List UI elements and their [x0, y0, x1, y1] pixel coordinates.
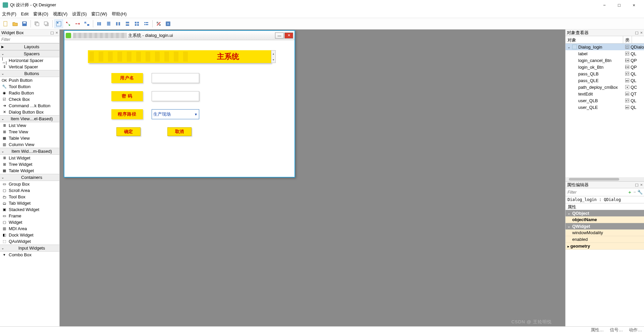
layout-h-splitter-button[interactable]	[114, 19, 122, 28]
layout-grid-button[interactable]	[132, 19, 141, 28]
adjust-size-button[interactable]	[164, 19, 172, 28]
svg-rect-25	[126, 24, 129, 26]
svg-rect-2	[23, 22, 26, 23]
layout-vertical-button[interactable]	[104, 19, 113, 28]
toolbar: 12	[0, 18, 644, 29]
svg-rect-33	[144, 24, 145, 25]
open-file-button[interactable]	[11, 19, 19, 28]
svg-rect-28	[137, 22, 139, 23]
menu-item[interactable]: 窗体(O)	[33, 11, 48, 17]
layout-v-splitter-button[interactable]	[123, 19, 132, 28]
window-max-button[interactable]: □	[612, 0, 627, 10]
new-file-button[interactable]	[1, 19, 10, 28]
svg-rect-13	[87, 24, 89, 26]
break-layout-button[interactable]	[154, 19, 163, 28]
window-close-button[interactable]: ×	[627, 0, 641, 10]
menu-item[interactable]: 窗口(W)	[91, 11, 107, 17]
edit-widgets-button[interactable]	[54, 19, 63, 28]
svg-rect-34	[146, 24, 148, 25]
svg-line-11	[67, 23, 69, 25]
svg-rect-22	[119, 22, 120, 25]
svg-rect-6	[44, 22, 47, 25]
svg-rect-36	[159, 24, 161, 26]
send-back-button[interactable]	[33, 19, 41, 28]
edit-buddies-button[interactable]	[73, 19, 82, 28]
svg-rect-17	[100, 22, 101, 25]
bring-front-button[interactable]	[42, 19, 51, 28]
layout-horizontal-button[interactable]	[95, 19, 104, 28]
layout-form-button[interactable]	[142, 19, 151, 28]
svg-rect-8	[57, 22, 58, 23]
svg-rect-24	[126, 22, 129, 23]
svg-text:12: 12	[85, 21, 90, 24]
svg-rect-31	[144, 22, 145, 23]
svg-rect-19	[107, 23, 110, 24]
menu-item[interactable]: 视图(V)	[53, 11, 67, 17]
svg-rect-35	[157, 22, 158, 23]
svg-rect-29	[135, 24, 137, 26]
svg-rect-4	[36, 23, 39, 26]
svg-rect-15	[97, 22, 98, 25]
titlebar: Qt 设计师 - Qt Designer − □ ×	[0, 0, 644, 10]
edit-tab-order-button[interactable]: 12	[83, 19, 91, 28]
svg-rect-27	[135, 22, 137, 23]
svg-rect-16	[99, 22, 100, 25]
svg-rect-20	[107, 24, 110, 25]
menu-item[interactable]: Edit	[21, 11, 29, 16]
svg-rect-30	[137, 24, 139, 26]
svg-rect-32	[146, 22, 148, 23]
menu-item[interactable]: 设置(S)	[72, 11, 87, 17]
save-file-button[interactable]	[20, 19, 29, 28]
edit-signals-button[interactable]	[64, 19, 72, 28]
svg-rect-0	[4, 21, 7, 26]
svg-rect-21	[116, 22, 117, 25]
menubar: 文件(F)Edit窗体(O)视图(V)设置(S)窗口(W)帮助(H)	[0, 10, 644, 18]
menu-item[interactable]: 文件(F)	[2, 11, 16, 17]
svg-rect-18	[107, 22, 110, 23]
window-min-button[interactable]: −	[597, 0, 612, 10]
app-title: Qt 设计师 - Qt Designer	[10, 2, 56, 8]
qt-app-icon	[3, 2, 8, 8]
menu-item[interactable]: 帮助(H)	[112, 11, 126, 17]
